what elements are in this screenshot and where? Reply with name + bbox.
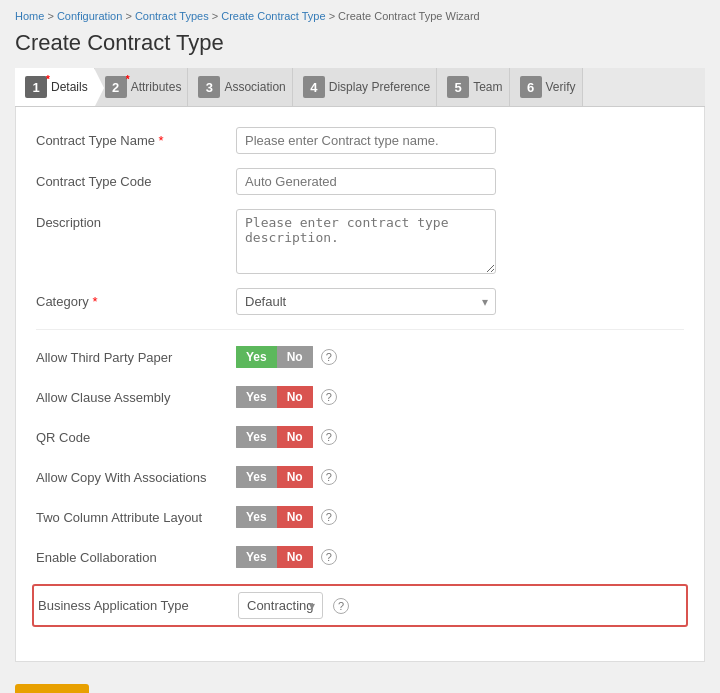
label-qr-code: QR Code	[36, 424, 236, 445]
breadcrumb-sep1: >	[47, 10, 56, 22]
page-title: Create Contract Type	[15, 30, 705, 56]
label-contract-type-code: Contract Type Code	[36, 168, 236, 189]
step-label-1: Details	[51, 80, 88, 94]
toggle-switch-third-party-paper[interactable]: Yes No	[236, 344, 313, 370]
toggle-yes-enable-collaboration[interactable]: Yes	[236, 546, 277, 568]
help-icon-qr-code[interactable]: ?	[321, 429, 337, 445]
field-two-column-attribute-layout: Two Column Attribute Layout Yes No ?	[36, 504, 684, 530]
breadcrumb-create-contract-type[interactable]: Create Contract Type	[221, 10, 325, 22]
button-area: Next	[15, 674, 705, 693]
business-app-type-group: Contracting Sourcing Other ?	[238, 592, 349, 619]
step2-required-star: *	[126, 74, 130, 85]
field-enable-collaboration: Enable Collaboration Yes No ?	[36, 544, 684, 570]
label-business-application-type: Business Application Type	[38, 592, 238, 613]
step-label-6: Verify	[546, 80, 576, 94]
toggle-no-third-party-paper[interactable]: No	[277, 346, 313, 368]
toggle-no-two-column[interactable]: No	[277, 506, 313, 528]
wizard-step-3[interactable]: 3 Association	[188, 68, 292, 106]
step-num-3: 3	[198, 76, 220, 98]
breadcrumb-wizard: Create Contract Type Wizard	[338, 10, 480, 22]
required-star-name: *	[159, 133, 164, 148]
toggle-enable-collaboration: Yes No ?	[236, 544, 337, 570]
step-label-2: Attributes	[131, 80, 182, 94]
toggle-switch-qr-code[interactable]: Yes No	[236, 424, 313, 450]
field-business-application-type: Business Application Type Contracting So…	[32, 584, 688, 627]
toggle-yes-two-column[interactable]: Yes	[236, 506, 277, 528]
help-icon-third-party-paper[interactable]: ?	[321, 349, 337, 365]
help-icon-clause-assembly[interactable]: ?	[321, 389, 337, 405]
step1-required-star: *	[46, 74, 50, 85]
toggle-clause-assembly: Yes No ?	[236, 384, 337, 410]
toggle-switch-clause-assembly[interactable]: Yes No	[236, 384, 313, 410]
label-two-column-attribute-layout: Two Column Attribute Layout	[36, 504, 236, 525]
step-num-4: 4	[303, 76, 325, 98]
wizard-step-2[interactable]: 2* Attributes	[95, 68, 189, 106]
field-allow-copy-with-associations: Allow Copy With Associations Yes No ?	[36, 464, 684, 490]
breadcrumb-home[interactable]: Home	[15, 10, 44, 22]
step-num-2: 2*	[105, 76, 127, 98]
label-allow-copy-with-associations: Allow Copy With Associations	[36, 464, 236, 485]
breadcrumb-sep2: >	[125, 10, 134, 22]
breadcrumb: Home > Configuration > Contract Types > …	[15, 10, 705, 22]
breadcrumb-sep4: >	[329, 10, 338, 22]
field-contract-type-code: Contract Type Code	[36, 168, 684, 195]
field-qr-code: QR Code Yes No ?	[36, 424, 684, 450]
input-contract-type-code[interactable]	[236, 168, 496, 195]
select-category[interactable]: Default Option 1 Option 2	[236, 288, 496, 315]
step-label-3: Association	[224, 80, 285, 94]
toggle-no-qr-code[interactable]: No	[277, 426, 313, 448]
label-description: Description	[36, 209, 236, 230]
breadcrumb-configuration[interactable]: Configuration	[57, 10, 122, 22]
toggle-third-party-paper: Yes No ?	[236, 344, 337, 370]
toggle-two-column: Yes No ?	[236, 504, 337, 530]
toggle-switch-two-column[interactable]: Yes No	[236, 504, 313, 530]
label-contract-type-name: Contract Type Name *	[36, 127, 236, 148]
page-wrapper: Home > Configuration > Contract Types > …	[0, 0, 720, 693]
form-area: Contract Type Name * Contract Type Code …	[15, 107, 705, 662]
wizard-step-5[interactable]: 5 Team	[437, 68, 509, 106]
help-icon-two-column[interactable]: ?	[321, 509, 337, 525]
label-allow-clause-assembly: Allow Clause Assembly	[36, 384, 236, 405]
select-business-application-type[interactable]: Contracting Sourcing Other	[238, 592, 323, 619]
toggle-switch-enable-collaboration[interactable]: Yes No	[236, 544, 313, 570]
step-num-6: 6	[520, 76, 542, 98]
step-label-5: Team	[473, 80, 502, 94]
input-description[interactable]	[236, 209, 496, 274]
input-contract-type-name[interactable]	[236, 127, 496, 154]
wizard-step-4[interactable]: 4 Display Preference	[293, 68, 437, 106]
breadcrumb-contract-types[interactable]: Contract Types	[135, 10, 209, 22]
step-label-4: Display Preference	[329, 80, 430, 94]
field-description: Description	[36, 209, 684, 274]
help-icon-copy-associations[interactable]: ?	[321, 469, 337, 485]
next-button[interactable]: Next	[15, 684, 89, 693]
wizard-steps: 1* Details 2* Attributes 3 Association 4…	[15, 68, 705, 107]
help-icon-business-app-type[interactable]: ?	[333, 598, 349, 614]
select-wrapper-category: Default Option 1 Option 2	[236, 288, 496, 315]
toggle-no-copy-associations[interactable]: No	[277, 466, 313, 488]
toggle-yes-third-party-paper[interactable]: Yes	[236, 346, 277, 368]
toggle-switch-copy-associations[interactable]: Yes No	[236, 464, 313, 490]
field-contract-type-name: Contract Type Name *	[36, 127, 684, 154]
wizard-step-6[interactable]: 6 Verify	[510, 68, 583, 106]
field-allow-third-party-paper: Allow Third Party Paper Yes No ?	[36, 344, 684, 370]
select-wrapper-business-app: Contracting Sourcing Other	[238, 592, 323, 619]
field-allow-clause-assembly: Allow Clause Assembly Yes No ?	[36, 384, 684, 410]
toggle-copy-associations: Yes No ?	[236, 464, 337, 490]
divider-1	[36, 329, 684, 330]
field-category: Category * Default Option 1 Option 2	[36, 288, 684, 315]
label-allow-third-party-paper: Allow Third Party Paper	[36, 344, 236, 365]
toggle-yes-clause-assembly[interactable]: Yes	[236, 386, 277, 408]
toggle-yes-copy-associations[interactable]: Yes	[236, 466, 277, 488]
label-enable-collaboration: Enable Collaboration	[36, 544, 236, 565]
help-icon-enable-collaboration[interactable]: ?	[321, 549, 337, 565]
toggle-no-enable-collaboration[interactable]: No	[277, 546, 313, 568]
toggle-qr-code: Yes No ?	[236, 424, 337, 450]
wizard-step-1[interactable]: 1* Details	[15, 68, 95, 106]
required-star-category: *	[92, 294, 97, 309]
step-num-1: 1*	[25, 76, 47, 98]
step-num-5: 5	[447, 76, 469, 98]
toggle-yes-qr-code[interactable]: Yes	[236, 426, 277, 448]
breadcrumb-sep3: >	[212, 10, 221, 22]
toggle-no-clause-assembly[interactable]: No	[277, 386, 313, 408]
label-category: Category *	[36, 288, 236, 309]
